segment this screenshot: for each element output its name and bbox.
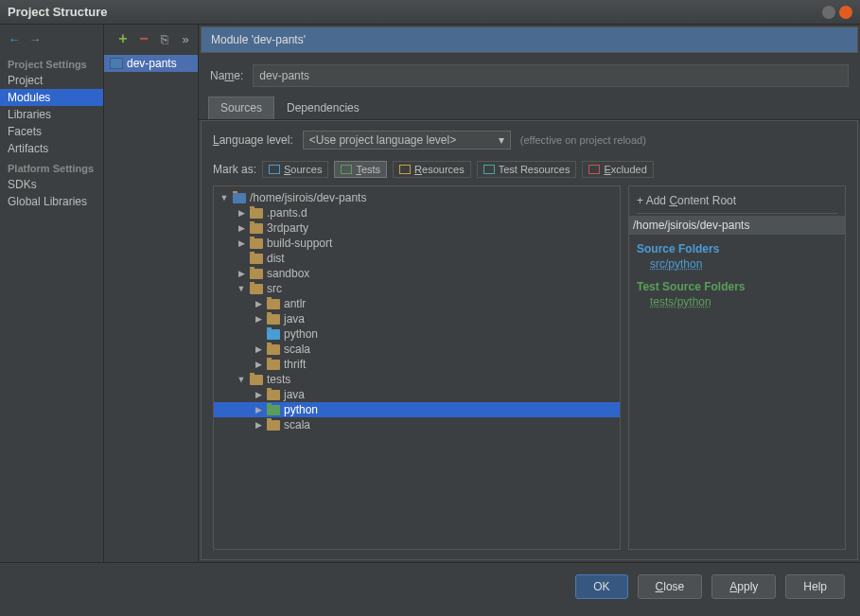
content-root-path[interactable]: /home/jsirois/dev-pants <box>629 216 845 235</box>
more-icon[interactable]: » <box>179 32 192 45</box>
ok-button[interactable]: OK <box>575 574 627 599</box>
tree-row[interactable]: ▼tests <box>214 372 620 387</box>
tree-item-label: build-support <box>267 237 332 250</box>
sidebar-item-sdks[interactable]: SDKs <box>0 176 103 193</box>
folder-tree[interactable]: ▼/home/jsirois/dev-pants▶.pants.d▶3rdpar… <box>213 185 621 550</box>
expand-icon[interactable]: ▶ <box>254 360 263 369</box>
tree-row[interactable]: ▶python <box>214 402 620 417</box>
help-button[interactable]: Help <box>785 574 845 599</box>
expand-icon[interactable]: ▶ <box>254 299 263 308</box>
test-source-folders-header: Test Source Folders <box>637 280 837 293</box>
module-list-item[interactable]: dev-pants <box>104 55 198 72</box>
tree-item-label: dist <box>267 252 285 265</box>
sidebar-group-project: Project Settings <box>0 53 103 72</box>
tree-item-label: java <box>284 388 305 401</box>
mark-test-resources-button[interactable]: Test Resources <box>477 161 577 178</box>
back-icon[interactable]: ← <box>8 32 21 45</box>
tree-row[interactable]: ▶scala <box>214 417 620 432</box>
expand-icon[interactable]: ▶ <box>237 269 246 278</box>
tree-row[interactable]: ▶.pants.d <box>214 205 620 220</box>
dialog-button-bar: OK Close Apply Help <box>0 562 860 609</box>
folder-icon <box>250 284 263 294</box>
mark-resources-button[interactable]: Resources <box>393 161 471 178</box>
module-icon <box>110 58 123 69</box>
expand-icon[interactable]: ▶ <box>254 405 263 414</box>
tree-item-label: antlr <box>284 297 306 310</box>
folder-icon <box>267 390 280 400</box>
sidebar-item-modules[interactable]: Modules <box>0 89 103 106</box>
tree-row[interactable]: ▶thrift <box>214 357 620 372</box>
copy-module-icon[interactable]: ⎘ <box>158 32 171 45</box>
forward-icon[interactable]: → <box>28 32 42 45</box>
folder-icon <box>250 208 263 219</box>
mark-as-label: Mark as: <box>213 163 256 176</box>
tree-row[interactable]: ▶sandbox <box>214 266 620 281</box>
folder-teal-icon <box>483 165 495 174</box>
folder-green-icon <box>341 165 352 174</box>
minimize-icon[interactable] <box>822 6 835 19</box>
folder-blue-icon <box>269 165 280 174</box>
tree-row[interactable]: ▼/home/jsirois/dev-pants <box>214 190 620 205</box>
tree-row[interactable]: ▼src <box>214 281 620 296</box>
sidebar-group-platform: Platform Settings <box>0 157 103 176</box>
tab-dependencies[interactable]: Dependencies <box>274 97 372 119</box>
tree-row[interactable]: ▶3rdparty <box>214 220 620 236</box>
folder-red-icon <box>588 165 600 174</box>
collapse-icon[interactable]: ▼ <box>237 284 246 293</box>
sidebar-item-libraries[interactable]: Libraries <box>0 106 103 123</box>
content: ← → Project Settings Project Modules Lib… <box>0 25 860 562</box>
name-row: Name: <box>199 55 860 97</box>
source-folder-item[interactable]: src/python <box>637 255 837 273</box>
tree-item-label: scala <box>284 343 310 356</box>
source-folders-header: Source Folders <box>637 242 837 255</box>
folder-icon <box>267 420 280 431</box>
folder-icon <box>267 405 280 415</box>
tree-row[interactable]: ▶java <box>214 311 620 326</box>
expand-icon[interactable]: ▶ <box>237 223 246 233</box>
add-content-root-button[interactable]: + Add Content Root <box>637 192 837 214</box>
tab-sources[interactable]: Sources <box>208 97 274 119</box>
tree-row[interactable]: ▶scala <box>214 342 620 357</box>
sidebar-item-project[interactable]: Project <box>0 72 103 89</box>
close-icon[interactable] <box>839 6 852 19</box>
language-level-row: Language level: <Use project language le… <box>213 131 846 150</box>
mark-sources-button[interactable]: Sources <box>262 161 328 178</box>
module-toolbar: + − ⎘ » <box>104 25 198 53</box>
sidebar-item-global-libraries[interactable]: Global Libraries <box>0 193 103 210</box>
tree-row[interactable]: ▶antlr <box>214 296 620 311</box>
expand-icon[interactable]: ▶ <box>254 390 263 399</box>
tree-item-label: tests <box>267 373 290 386</box>
tree-row[interactable]: ▶build-support <box>214 236 620 251</box>
folder-icon <box>267 360 280 370</box>
add-module-icon[interactable]: + <box>116 32 130 45</box>
sidebar: ← → Project Settings Project Modules Lib… <box>0 25 104 562</box>
tree-row[interactable]: python <box>214 326 620 342</box>
mark-tests-button[interactable]: Tests <box>334 161 387 178</box>
sidebar-item-facets[interactable]: Facets <box>0 123 103 140</box>
mark-excluded-button[interactable]: Excluded <box>582 161 653 178</box>
language-level-value: <Use project language level> <box>309 133 456 147</box>
folder-icon <box>250 269 263 279</box>
name-input[interactable] <box>253 64 849 87</box>
nav-toolbar: ← → <box>0 25 103 53</box>
expand-icon[interactable]: ▶ <box>254 344 263 354</box>
tree-item-label: java <box>284 312 305 326</box>
collapse-icon[interactable]: ▼ <box>237 375 246 384</box>
close-button[interactable]: Close <box>638 574 703 599</box>
language-level-label: Language level: <box>213 133 293 147</box>
tree-item-label: python <box>284 327 318 341</box>
collapse-icon[interactable]: ▼ <box>219 193 229 202</box>
tree-row[interactable]: dist <box>214 251 620 266</box>
tree-and-right: ▼/home/jsirois/dev-pants▶.pants.d▶3rdpar… <box>213 185 846 550</box>
expand-icon[interactable]: ▶ <box>237 238 246 248</box>
apply-button[interactable]: Apply <box>711 574 776 599</box>
expand-icon[interactable]: ▶ <box>237 208 246 218</box>
remove-module-icon[interactable]: − <box>137 32 150 45</box>
expand-icon[interactable]: ▶ <box>254 314 263 324</box>
tree-row[interactable]: ▶java <box>214 387 620 402</box>
language-level-select[interactable]: <Use project language level> ▾ <box>303 131 511 150</box>
sidebar-item-artifacts[interactable]: Artifacts <box>0 140 103 157</box>
expand-icon[interactable]: ▶ <box>254 420 263 430</box>
test-source-folder-item[interactable]: tests/python <box>637 293 837 310</box>
content-roots-pane: + Add Content Root /home/jsirois/dev-pan… <box>628 185 846 550</box>
